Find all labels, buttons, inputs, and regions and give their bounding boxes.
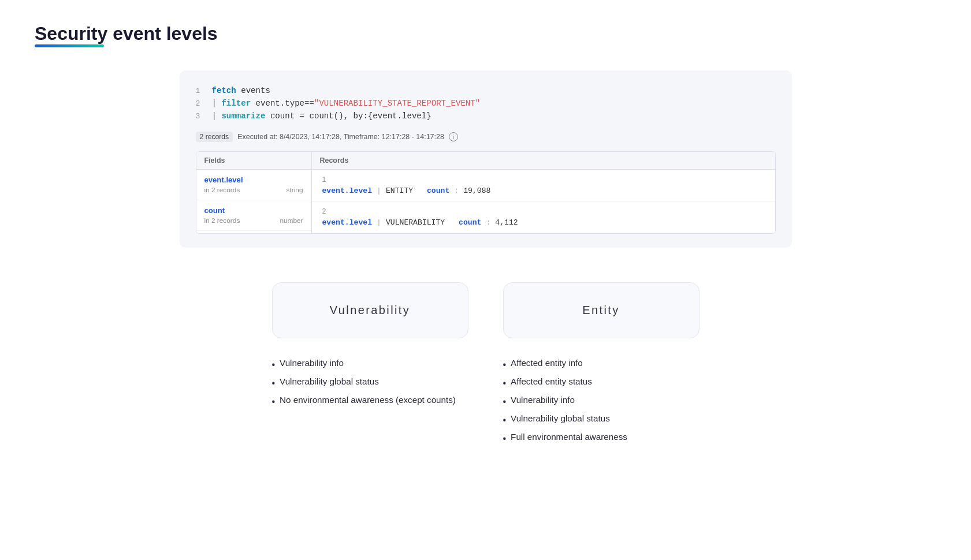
rec-key-event-level-1: event.level xyxy=(322,186,373,195)
code-block: 1 fetch events 2 | filter event.type=="V… xyxy=(196,84,776,122)
field-meta-event-level: in 2 records string xyxy=(204,186,303,194)
bullet-item: • Vulnerability info xyxy=(272,356,468,374)
records-header: Records xyxy=(312,152,775,170)
line-num-2: 2 xyxy=(196,99,212,108)
record-index-2: 2 xyxy=(322,207,765,215)
records-badge: 2 records xyxy=(196,132,233,142)
bullet-text: Full environmental awareness xyxy=(511,432,627,442)
code-line-3: 3 | summarize count = count(), by:{event… xyxy=(196,110,776,122)
card-title-entity: Entity xyxy=(582,304,619,316)
field-meta-count: in 2 records number xyxy=(204,216,303,225)
rec-key-event-level-2: event.level xyxy=(322,218,373,227)
bullet-item: • Affected entity info xyxy=(503,356,700,374)
record-index-1: 1 xyxy=(322,176,765,184)
record-fields-1: event.level|ENTITY count:19,088 xyxy=(322,186,765,195)
record-fields-2: event.level|VULNERABILITY count:4,112 xyxy=(322,218,765,227)
bullets-row: • Vulnerability info • Vulnerability glo… xyxy=(180,356,792,448)
field-type-event-level: string xyxy=(287,186,303,194)
bullet-dot: • xyxy=(503,376,507,390)
bullet-dot: • xyxy=(272,376,276,390)
bullet-item: • Vulnerability global status xyxy=(503,411,700,430)
records-column: Records 1 event.level|ENTITY count:19,08… xyxy=(312,152,775,233)
bullet-item: • Affected entity status xyxy=(503,374,700,393)
bullet-text: Vulnerability info xyxy=(511,395,575,405)
card-title-vulnerability: Vulnerability xyxy=(330,304,410,316)
fields-column: Fields event.level in 2 records string c… xyxy=(196,152,312,233)
card-vulnerability: Vulnerability xyxy=(272,282,468,338)
code-line-2: 2 | filter event.type=="VULNERABILITY_ST… xyxy=(196,97,776,110)
record-item-2: 2 event.level|VULNERABILITY count:4,112 xyxy=(312,201,775,233)
rec-val-count-1: 19,088 xyxy=(463,186,490,195)
bullet-dot: • xyxy=(272,358,276,372)
bullet-dot: • xyxy=(503,413,507,427)
line-num-1: 1 xyxy=(196,87,212,95)
rec-key-count-1: count xyxy=(427,186,449,195)
field-item-event-level: event.level in 2 records string xyxy=(196,170,311,200)
title-underline xyxy=(35,44,104,47)
bullet-item: • No environmental awareness (except cou… xyxy=(272,393,468,411)
bullet-item: • Full environmental awareness xyxy=(503,430,700,448)
field-item-count: count in 2 records number xyxy=(196,200,311,231)
bullet-item: • Vulnerability global status xyxy=(272,374,468,393)
results-table: Fields event.level in 2 records string c… xyxy=(196,151,776,234)
line-num-3: 3 xyxy=(196,112,212,121)
code-content-3: | summarize count = count(), by:{event.l… xyxy=(212,111,431,121)
bullet-dot: • xyxy=(503,395,507,409)
bullet-item: • Vulnerability info xyxy=(503,393,700,411)
field-name-event-level: event.level xyxy=(204,176,303,184)
bullet-text: Vulnerability global status xyxy=(511,413,610,423)
executed-text: Executed at: 8/4/2023, 14:17:28, Timefra… xyxy=(237,133,444,141)
meta-bar: 2 records Executed at: 8/4/2023, 14:17:2… xyxy=(196,132,776,142)
info-icon[interactable]: i xyxy=(449,132,458,141)
bullet-text: Affected entity status xyxy=(511,376,592,386)
bullet-dot: • xyxy=(503,358,507,372)
record-item-1: 1 event.level|ENTITY count:19,088 xyxy=(312,170,775,201)
cards-section: Vulnerability Entity • Vulnerability inf… xyxy=(180,282,792,448)
rec-val-event-level-1: ENTITY xyxy=(386,186,413,195)
bullet-text: Vulnerability info xyxy=(280,358,344,368)
field-records-event-level: in 2 records xyxy=(204,186,240,194)
bullet-text: Vulnerability global status xyxy=(280,376,379,386)
code-content-2: | filter event.type=="VULNERABILITY_STAT… xyxy=(212,99,481,108)
field-name-count: count xyxy=(204,206,303,215)
bullet-text: Affected entity info xyxy=(511,358,583,368)
fields-header: Fields xyxy=(196,152,311,170)
rec-val-count-2: 4,112 xyxy=(495,218,518,227)
cards-row: Vulnerability Entity xyxy=(180,282,792,338)
rec-key-count-2: count xyxy=(459,218,481,227)
card-entity: Entity xyxy=(503,282,700,338)
bullet-dot: • xyxy=(503,432,507,446)
query-panel: 1 fetch events 2 | filter event.type=="V… xyxy=(180,70,792,248)
bullet-dot: • xyxy=(272,395,276,409)
bullet-list-entity: • Affected entity info • Affected entity… xyxy=(503,356,700,448)
rec-val-event-level-2: VULNERABILITY xyxy=(386,218,445,227)
field-records-count: in 2 records xyxy=(204,216,240,225)
bullet-list-vulnerability: • Vulnerability info • Vulnerability glo… xyxy=(272,356,468,448)
page-title: Security event levels xyxy=(35,23,936,44)
field-type-count: number xyxy=(280,216,303,225)
bullet-text: No environmental awareness (except count… xyxy=(280,395,456,405)
code-content-1: fetch events xyxy=(212,86,270,95)
code-line-1: 1 fetch events xyxy=(196,84,776,97)
